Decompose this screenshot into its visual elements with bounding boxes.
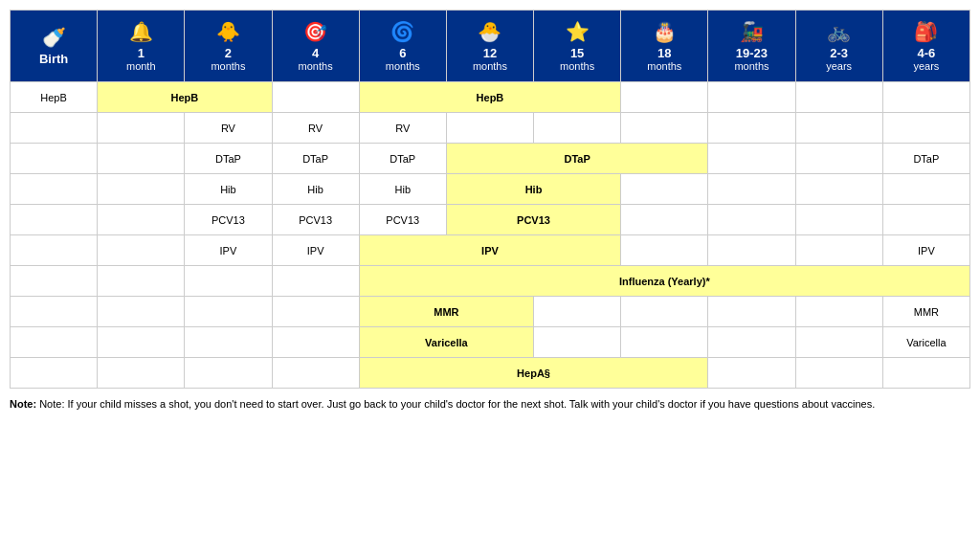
hepa-2-3years-empty [795, 358, 882, 389]
pcv13-12-15months: PCV13 [446, 205, 620, 235]
mmr-birth-empty [11, 297, 98, 327]
vaccine-schedule-table: 🍼 Birth 🔔 1 month 🐥 2 months 🎯 4 months [10, 10, 970, 389]
ipv-birth-empty [11, 235, 98, 266]
header-2-3years: 🚲 2-3 years [795, 11, 882, 82]
hepa-4months-empty [272, 358, 359, 389]
varicella-2-3years-empty [795, 327, 882, 358]
rv-4-6years-empty [882, 113, 969, 144]
hib-1month-empty [98, 174, 185, 205]
rv-birth-empty [11, 113, 98, 144]
mmr-4-6years: MMR [882, 297, 969, 327]
birth-icon: 🍼 [13, 26, 94, 49]
hib-2months: Hib [185, 174, 272, 205]
dtap-1month-empty [98, 144, 185, 174]
dtap-6months: DTaP [359, 144, 446, 174]
mmr-2months-empty [185, 297, 272, 327]
influenza-4months-empty [272, 266, 359, 297]
varicella-6-15months: Varicella [359, 327, 533, 358]
ipv-2-3years-empty [795, 235, 882, 266]
header-4-6years: 🎒 4-6 years [882, 11, 969, 82]
mmr-1month-empty [98, 297, 185, 327]
rv-12months-empty [446, 113, 533, 144]
header-birth: 🍼 Birth [11, 11, 98, 82]
hib-12-15months: Hib [446, 174, 620, 205]
hepb-6-15months: HepB [359, 82, 621, 113]
pcv13-4-6years-empty [882, 205, 969, 235]
ipv-1month-empty [98, 235, 185, 266]
ipv-19-23months-empty [708, 235, 795, 266]
4months-icon: 🎯 [276, 20, 356, 43]
varicella-row: Varicella Varicella [11, 327, 970, 358]
hib-row: Hib Hib Hib Hib [11, 174, 970, 205]
pcv13-birth-empty [11, 205, 98, 235]
dtap-4-6years: DTaP [882, 144, 969, 174]
6months-icon: 🌀 [363, 20, 443, 43]
varicella-4-6years: Varicella [882, 327, 969, 358]
hepa-birth-empty [11, 358, 98, 389]
note-text: Note: If your child misses a shot, you d… [39, 398, 875, 410]
note-label: Note: [10, 398, 36, 410]
ipv-row: IPV IPV IPV IPV [11, 235, 970, 266]
rv-row: RV RV RV [11, 113, 970, 144]
pcv13-2-3years-empty [795, 205, 882, 235]
rv-2months: RV [185, 113, 272, 144]
rv-4months: RV [272, 113, 359, 144]
varicella-2months-empty [185, 327, 272, 358]
varicella-19-23months-empty [708, 327, 795, 358]
varicella-birth-empty [11, 327, 98, 358]
influenza-row: Influenza (Yearly)* [11, 266, 970, 297]
hepb-4-6years-empty [882, 82, 969, 113]
2-3years-icon: 🚲 [799, 20, 880, 43]
mmr-4months-empty [272, 297, 359, 327]
varicella-4months-empty [272, 327, 359, 358]
dtap-19-23months-empty [708, 144, 795, 174]
influenza-yearly: Influenza (Yearly)* [359, 266, 969, 297]
header-1month: 🔔 1 month [98, 11, 185, 82]
18months-icon: 🎂 [624, 20, 704, 43]
rv-6months: RV [359, 113, 446, 144]
ipv-4-6years: IPV [882, 235, 969, 266]
pcv13-6months: PCV13 [359, 205, 446, 235]
hepb-1month: HepB [98, 82, 272, 113]
header-18months: 🎂 18 months [621, 11, 708, 82]
hib-4months: Hib [272, 174, 359, 205]
varicella-18months-empty [621, 327, 708, 358]
mmr-18months-empty [621, 297, 708, 327]
note-section: Note: Note: If your child misses a shot,… [10, 396, 970, 412]
15months-icon: ⭐ [537, 20, 617, 43]
hepb-birth: HepB [11, 82, 98, 113]
dtap-birth-empty [11, 144, 98, 174]
pcv13-19-23months-empty [708, 205, 795, 235]
ipv-4months: IPV [272, 235, 359, 266]
hepb-2-3years-empty [795, 82, 882, 113]
rv-19-23months-empty [708, 113, 795, 144]
header-12months: 🐣 12 months [446, 11, 533, 82]
influenza-2months-empty [185, 266, 272, 297]
12months-icon: 🐣 [450, 20, 530, 43]
19-23months-icon: 🚂 [711, 20, 791, 43]
4-6years-icon: 🎒 [886, 20, 967, 43]
header-19-23months: 🚂 19-23 months [708, 11, 795, 82]
1month-icon: 🔔 [100, 20, 181, 43]
dtap-2-3years-empty [795, 144, 882, 174]
ipv-18months-empty [621, 235, 708, 266]
dtap-12-18months: DTaP [446, 144, 708, 174]
mmr-6-15months: MMR [359, 297, 533, 327]
ipv-6-18months: IPV [359, 235, 621, 266]
hepa-6-19months: HepA§ [359, 358, 708, 389]
ipv-2months: IPV [185, 235, 272, 266]
hepa-2months-empty [185, 358, 272, 389]
rv-18months-empty [621, 113, 708, 144]
influenza-1month-empty [98, 266, 185, 297]
hepa-19-23months-empty [708, 358, 795, 389]
pcv13-1month-empty [98, 205, 185, 235]
header-4months: 🎯 4 months [272, 11, 359, 82]
mmr-15months-empty [534, 297, 621, 327]
hepb-18months-empty [621, 82, 708, 113]
rv-2-3years-empty [795, 113, 882, 144]
hib-2-3years-empty [795, 174, 882, 205]
hib-6months: Hib [359, 174, 446, 205]
hib-birth-empty [11, 174, 98, 205]
dtap-row: DTaP DTaP DTaP DTaP DTaP [11, 144, 970, 174]
hepa-row: HepA§ [11, 358, 970, 389]
